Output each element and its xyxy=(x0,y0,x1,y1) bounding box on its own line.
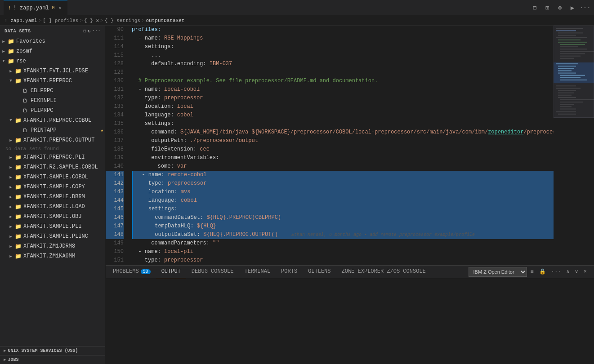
sidebar-item-xfankit-preproc-pli[interactable]: ▶ 📁 XFANKIT.PREPROC.PLI xyxy=(0,152,105,162)
folder-icon-xfankit-preproc-pli: 📁 xyxy=(14,154,22,161)
file-icon-fekrnpli: 🗋 xyxy=(22,98,29,104)
folder-icon-xfankit-sample-dbrm: 📁 xyxy=(14,194,22,200)
sidebar-item-xfankit-sample-dbrm[interactable]: ▶ 📁 XFANKIT.SAMPLE.DBRM xyxy=(0,192,105,202)
sidebar-item-cblprpc[interactable]: 🗋 CBLPRPC xyxy=(0,86,105,96)
settings-icon[interactable]: ⊛ xyxy=(554,2,565,13)
code-line-148: outputDataSet: ${HLQ}.PREPROC.OUTPUT() E… xyxy=(132,231,554,239)
output-source-dropdown[interactable]: IBM Z Open Editor xyxy=(469,267,527,277)
tree-arrow-xfankit-zm1ka0mm: ▶ xyxy=(7,254,14,259)
tree-arrow-xfankit-preproc-pli: ▶ xyxy=(7,155,14,160)
sidebar-item-xfankit-sample-plinc[interactable]: ▶ 📁 XFANKIT.SAMPLE.PLINC xyxy=(0,231,105,241)
sidebar-label-xfankit-sample-dbrm: XFANKIT.SAMPLE.DBRM xyxy=(23,194,105,200)
panel-close-icon[interactable]: × xyxy=(582,268,589,276)
star-icon-printapp: ★ xyxy=(101,128,103,133)
file-icon-pliprpc: 🗋 xyxy=(22,107,29,114)
code-line-143: location: mvs xyxy=(132,188,554,196)
sidebar-item-printapp[interactable]: 🗋 PRINTAPP ★ xyxy=(0,125,105,135)
code-line-141: - name: remote-cobol xyxy=(132,171,554,179)
sidebar-label-xfankit-zm1jdrm8: XFANKIT.ZM1JDRM8 xyxy=(23,243,105,249)
minimap[interactable] xyxy=(554,26,594,265)
panel-tab-debug[interactable]: DEBUG CONSOLE xyxy=(186,266,239,278)
refresh-icon[interactable]: ↻ xyxy=(88,28,91,34)
main-layout: DATA SETS ⊟ ↻ ··· ▶ 📁 Favorites ▶ 📁 zosm… xyxy=(0,26,594,364)
sidebar-label-fekrnpli: FEKRNPLI xyxy=(31,98,105,104)
panel-tab-output[interactable]: OUTPUT xyxy=(156,266,186,278)
sidebar-item-xfankit-fvt[interactable]: ▶ 📁 XFANKIT.FVT.JCL.PDSE xyxy=(0,66,105,76)
sidebar-label-xfankit-sample-load: XFANKIT.SAMPLE.LOAD xyxy=(23,204,105,210)
sidebar-item-xfankit-zm1ka0mm[interactable]: ▶ 📁 XFANKIT.ZM1KA0MM xyxy=(0,251,105,261)
tree-arrow-xfankit-sample-plinc: ▶ xyxy=(7,234,14,239)
tree-arrow-xfankit-fvt: ▶ xyxy=(7,69,14,74)
code-line-144: language: cobol xyxy=(132,196,554,205)
breadcrumb-file[interactable]: ! zapp.yaml xyxy=(4,18,37,23)
layout-icon[interactable]: ⊞ xyxy=(542,2,553,13)
code-line-147: tempDataHLQ: ${HLQ} xyxy=(132,222,554,231)
more-options-icon[interactable]: ··· xyxy=(92,28,101,34)
sidebar-section-uss-label: UNIX SYSTEM SERVICES (USS) xyxy=(8,348,78,353)
tab-zapp[interactable]: ! ! zapp.yaml M × xyxy=(4,0,67,16)
sidebar-label-pliprpc: PLIPRPC xyxy=(31,107,105,114)
sidebar-item-xfankit-sample-pli[interactable]: ▶ 📁 XFANKIT.SAMPLE.PLI xyxy=(0,222,105,231)
panel-tab-ports-label: PORTS xyxy=(281,268,297,275)
sidebar-label-xfankit-sample-obj: XFANKIT.SAMPLE.OBJ xyxy=(23,213,105,220)
code-editor[interactable]: 90 111 114 115 128 129 130 131 132 133 1… xyxy=(106,26,594,265)
panel-tab-debug-label: DEBUG CONSOLE xyxy=(192,268,234,275)
sidebar-label-xfankit-preproc: XFANKIT.PREPROC xyxy=(23,78,105,84)
tree-arrow-xfankit-sample-copy: ▶ xyxy=(7,185,14,190)
tree-arrow-xfankit-zm1jdrm8: ▶ xyxy=(7,244,14,249)
sidebar-item-xfankit-preproc[interactable]: ▼ 📁 XFANKIT.PREPROC xyxy=(0,76,105,86)
panel-lock-icon[interactable]: 🔒 xyxy=(537,267,548,276)
panel-tab-ports[interactable]: PORTS xyxy=(276,266,303,278)
code-line-150: - name: local-pli xyxy=(132,248,554,256)
folder-icon-xfankit-preproc: 📁 xyxy=(14,78,22,84)
sidebar-item-xfankit-sample-load[interactable]: ▶ 📁 XFANKIT.SAMPLE.LOAD xyxy=(0,202,105,212)
sidebar-item-fekrnpli[interactable]: 🗋 FEKRNPLI xyxy=(0,96,105,106)
svg-rect-37 xyxy=(554,26,594,118)
panel-tab-problems[interactable]: PROBLEMS 50 xyxy=(107,266,156,278)
code-line-90: profiles: xyxy=(132,26,554,34)
tab-close-button[interactable]: × xyxy=(57,5,63,11)
folder-icon-xfankit-r2: 📁 xyxy=(14,164,22,171)
panel-list-icon[interactable]: ≡ xyxy=(529,268,536,276)
collapse-all-icon[interactable]: ⊟ xyxy=(83,28,86,34)
code-line-138: fileExtension: cee xyxy=(132,145,554,154)
panel-tab-terminal[interactable]: TERMINAL xyxy=(239,266,276,278)
panel-chevron-up-icon[interactable]: ∧ xyxy=(564,267,571,276)
panel-more-icon[interactable]: ··· xyxy=(549,268,563,276)
top-bar: ! ! zapp.yaml M × ⊟ ⊞ ⊛ ▶ ··· xyxy=(0,0,594,16)
editor-area: 90 111 114 115 128 129 130 131 132 133 1… xyxy=(106,26,594,364)
sidebar-section-uss[interactable]: ▶ UNIX SYSTEM SERVICES (USS) xyxy=(0,346,105,355)
sidebar-item-rse[interactable]: ▼ 📁 rse xyxy=(0,56,105,66)
breadcrumb-3[interactable]: { } 3 xyxy=(84,18,99,23)
code-line-130: # Preprocessor example. See file preproc… xyxy=(132,77,554,85)
sidebar-item-favorites[interactable]: ▶ 📁 Favorites xyxy=(0,36,105,46)
more-icon[interactable]: ··· xyxy=(580,2,590,13)
split-editor-icon[interactable]: ⊟ xyxy=(529,2,540,13)
sidebar-item-xfankit-sample-cobol[interactable]: ▶ 📁 XFANKIT.SAMPLE.COBOL xyxy=(0,172,105,182)
panel-chevron-down-icon[interactable]: ∨ xyxy=(573,267,580,276)
breadcrumb-output[interactable]: outputDataSet xyxy=(146,18,185,23)
sidebar-item-zosmf[interactable]: ▶ 📁 zosmf xyxy=(0,46,105,56)
breadcrumb-profiles[interactable]: [ ] profiles xyxy=(43,18,78,23)
code-content[interactable]: profiles: - name: RSE-Mappings settings:… xyxy=(128,26,554,265)
sidebar-item-xfankit-zm1jdrm8[interactable]: ▶ 📁 XFANKIT.ZM1JDRM8 xyxy=(0,241,105,251)
sidebar-label-xfankit-fvt: XFANKIT.FVT.JCL.PDSE xyxy=(23,68,105,74)
sidebar-item-xfankit-sample-obj[interactable]: ▶ 📁 XFANKIT.SAMPLE.OBJ xyxy=(0,212,105,222)
sidebar-item-xfankit-preproc-output[interactable]: ▶ 📁 XFANKIT.PREPROC.OUTPUT xyxy=(0,135,105,145)
folder-icon-rse: 📁 xyxy=(7,58,14,65)
sidebar-item-xfankit-sample-copy[interactable]: ▶ 📁 XFANKIT.SAMPLE.COPY xyxy=(0,182,105,192)
run-icon[interactable]: ▶ xyxy=(567,2,578,13)
sidebar-item-pliprpc[interactable]: 🗋 PLIPRPC xyxy=(0,106,105,115)
panel-tab-zowe[interactable]: ZOWE EXPLORER Z/OS CONSOLE xyxy=(336,266,431,278)
sidebar-item-xfankit-preproc-cobol[interactable]: ▼ 📁 XFANKIT.PREPROC.COBOL xyxy=(0,115,105,125)
breadcrumb-settings[interactable]: { } settings xyxy=(105,18,140,23)
panel-tab-gitlens-label: GITLENS xyxy=(308,268,330,275)
sidebar-label-zosmf: zosmf xyxy=(16,48,105,54)
code-line-151: type: preprocessor xyxy=(132,256,554,265)
panel-right-icons: IBM Z Open Editor ≡ 🔒 ··· ∧ ∨ × xyxy=(469,267,592,277)
sidebar-section-jobs[interactable]: ▶ JOBS xyxy=(0,355,105,364)
sidebar-label-xfankit-r2: XFANKIT.R2.SAMPLE.COBOL xyxy=(23,164,105,170)
no-data-label: No data sets found xyxy=(0,145,105,152)
panel-tab-gitlens[interactable]: GITLENS xyxy=(303,266,336,278)
sidebar-item-xfankit-r2[interactable]: ▶ 📁 XFANKIT.R2.SAMPLE.COBOL xyxy=(0,162,105,172)
